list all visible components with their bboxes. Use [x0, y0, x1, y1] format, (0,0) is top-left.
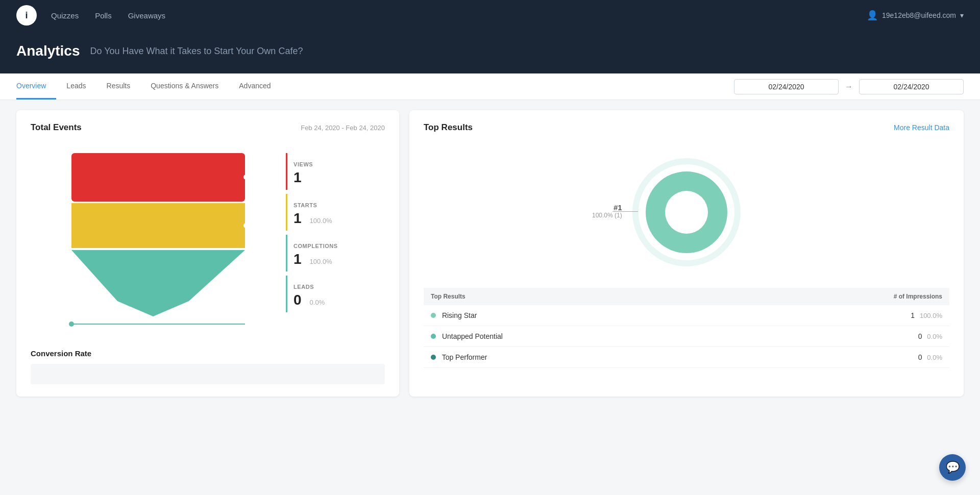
result-name-cell: Untapped Potential [424, 326, 727, 347]
date-arrow-icon: → [845, 82, 853, 91]
top-navigation: i Quizzes Polls Giveaways 👤 19e12eb8@uif… [0, 0, 980, 31]
conversion-rate-section: Conversion Rate [31, 349, 385, 384]
donut-connector-line [612, 211, 638, 212]
result-count: 0 [918, 353, 922, 361]
result-count: 0 [918, 332, 922, 340]
stat-starts: STARTS 1 100.0% [286, 194, 344, 231]
result-name-cell: Rising Star [424, 305, 727, 326]
result-count-cell: 0 0.0% [727, 347, 949, 368]
date-range-picker: → [734, 79, 964, 94]
page-subtitle: Do You Have What it Takes to Start Your … [90, 46, 303, 57]
funnel-dot-leads [69, 321, 74, 327]
user-icon: 👤 [867, 10, 878, 21]
funnel-dot-views [243, 175, 249, 180]
svg-point-2 [665, 191, 708, 234]
user-dropdown-icon: ▾ [960, 11, 964, 19]
donut-label-title: #1 [592, 203, 622, 212]
nav-quizzes[interactable]: Quizzes [51, 11, 79, 20]
result-pct: 100.0% [920, 312, 942, 319]
total-events-card: Total Events Feb 24, 2020 - Feb 24, 2020 [16, 110, 399, 397]
table-row: Untapped Potential 0 0.0% [424, 326, 949, 347]
table-header-results: Top Results [424, 288, 727, 305]
result-name: Rising Star [442, 311, 477, 319]
card-title: Total Events [31, 122, 82, 133]
tab-leads[interactable]: Leads [56, 73, 96, 100]
result-pct: 0.0% [927, 333, 942, 340]
funnel-chart [31, 143, 276, 337]
nav-polls[interactable]: Polls [95, 11, 112, 20]
funnel-views-bar [71, 153, 245, 202]
date-to-input[interactable] [859, 79, 964, 94]
funnel-dot-starts [243, 223, 249, 228]
nav-giveaways[interactable]: Giveaways [128, 11, 165, 20]
result-name: Untapped Potential [442, 332, 503, 340]
sub-navigation: Overview Leads Results Questions & Answe… [0, 73, 980, 100]
conversion-bar [31, 364, 385, 384]
top-results-title: Top Results [424, 122, 473, 133]
result-dot [431, 355, 436, 360]
funnel-starts-bar [71, 203, 245, 248]
stat-views: VIEWS 1 [286, 153, 344, 190]
funnel-dot-completions [222, 273, 227, 278]
top-results-header: Top Results More Result Data [424, 122, 949, 133]
result-dot [431, 313, 436, 318]
page-header: Analytics Do You Have What it Takes to S… [0, 31, 980, 73]
tab-overview[interactable]: Overview [16, 73, 56, 100]
more-result-data-link[interactable]: More Result Data [894, 123, 949, 132]
tab-qa[interactable]: Questions & Answers [140, 73, 229, 100]
funnel-tip [117, 301, 189, 316]
tab-results[interactable]: Results [96, 73, 141, 100]
logo-text: i [25, 10, 28, 21]
result-count-cell: 0 0.0% [727, 326, 949, 347]
conversion-rate-title: Conversion Rate [31, 349, 385, 358]
donut-chart-svg [625, 151, 748, 274]
funnel-container: VIEWS 1 STARTS 1 100.0% [31, 143, 385, 337]
result-name: Top Performer [442, 353, 487, 361]
result-dot [431, 334, 436, 339]
sub-nav-tabs: Overview Leads Results Questions & Answe… [16, 73, 734, 100]
table-row: Rising Star 1 100.0% [424, 305, 949, 326]
top-results-card: Top Results More Result Data #1 100.0% (… [409, 110, 964, 397]
tab-advanced[interactable]: Advanced [229, 73, 281, 100]
user-menu[interactable]: 👤 19e12eb8@uifeed.com ▾ [867, 10, 964, 21]
stat-completions: COMPLETIONS 1 100.0% [286, 235, 344, 271]
nav-links: Quizzes Polls Giveaways [51, 11, 867, 20]
card-date: Feb 24, 2020 - Feb 24, 2020 [301, 124, 385, 132]
funnel-stats: VIEWS 1 STARTS 1 100.0% [276, 143, 344, 316]
table-header-impressions: # of Impressions [727, 288, 949, 305]
stat-leads: LEADS 0 0.0% [286, 276, 344, 312]
results-table: Top Results # of Impressions Rising Star… [424, 288, 949, 368]
main-content: Total Events Feb 24, 2020 - Feb 24, 2020 [0, 100, 980, 407]
result-name-cell: Top Performer [424, 347, 727, 368]
result-count: 1 [911, 311, 915, 319]
result-count-cell: 1 100.0% [727, 305, 949, 326]
table-row: Top Performer 0 0.0% [424, 347, 949, 368]
card-header: Total Events Feb 24, 2020 - Feb 24, 2020 [31, 122, 385, 133]
funnel-svg [31, 143, 276, 337]
donut-chart-container: #1 100.0% (1) [424, 141, 949, 284]
result-pct: 0.0% [927, 354, 942, 361]
donut-label-sub: 100.0% (1) [592, 212, 622, 219]
date-from-input[interactable] [734, 79, 839, 94]
user-email: 19e12eb8@uifeed.com [882, 11, 956, 19]
page-title: Analytics [16, 43, 80, 59]
funnel-completions-bar [71, 250, 245, 301]
logo[interactable]: i [16, 5, 37, 26]
